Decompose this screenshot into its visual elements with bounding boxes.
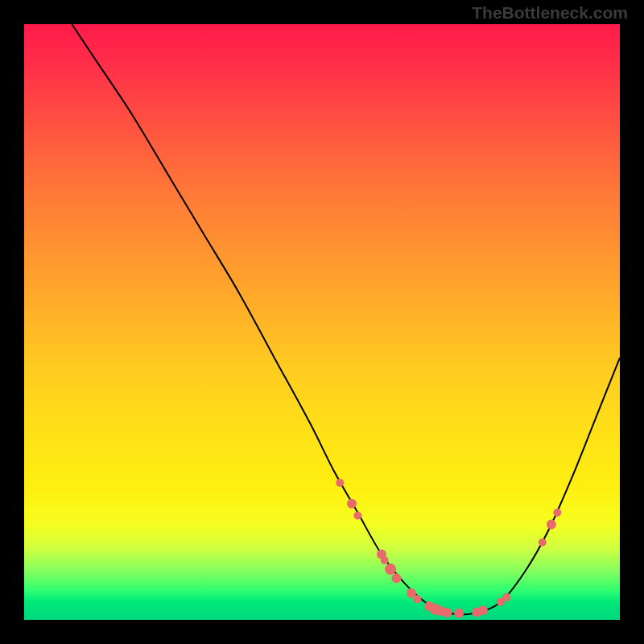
data-marker xyxy=(385,564,396,575)
data-marker xyxy=(553,509,561,517)
data-marker xyxy=(442,608,452,617)
data-markers-group xyxy=(336,479,561,618)
data-marker xyxy=(413,595,421,603)
data-marker xyxy=(539,539,547,547)
chart-svg xyxy=(24,24,620,620)
data-marker xyxy=(336,479,344,487)
data-marker xyxy=(547,520,556,530)
watermark-text: TheBottleneck.com xyxy=(472,3,628,23)
data-marker xyxy=(454,609,464,618)
data-marker xyxy=(353,512,361,520)
data-marker xyxy=(502,593,510,601)
data-marker xyxy=(347,499,357,509)
data-marker xyxy=(392,573,402,583)
data-marker xyxy=(478,605,488,615)
bottleneck-curve xyxy=(72,24,620,614)
chart-plot-area xyxy=(24,24,620,620)
data-marker xyxy=(381,556,389,564)
